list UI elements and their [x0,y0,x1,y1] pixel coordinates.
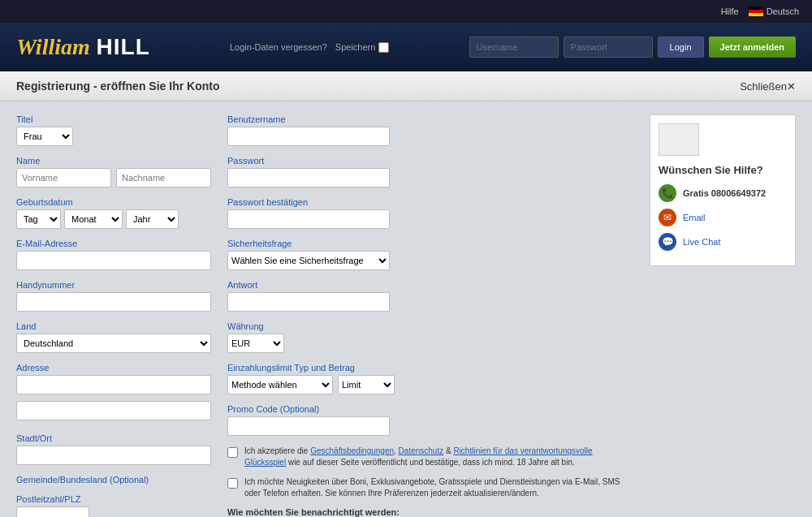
header: William HILL Login-Daten vergessen? Spei… [0,23,812,71]
sidebar-chat-link[interactable]: Live Chat [683,237,720,247]
geburtsdatum-group: Geburtsdatum Tag Monat Jahr [16,197,211,229]
tag-select[interactable]: Tag [16,209,61,229]
stadtort-label: Stadt/Ort [16,433,211,443]
flag-de-icon [749,6,763,16]
close-button[interactable]: Schließen✕ [740,80,796,93]
save-checkbox[interactable] [378,42,389,53]
form-title: Registrierung - eröffnen Sie Ihr Konto [16,80,219,93]
gemeinde-label: Gemeinde/Bundesland (Optional) [16,475,211,485]
gemeinde-group: Gemeinde/Bundesland (Optional) [16,475,211,485]
sidebar-email-link[interactable]: Email [683,213,706,222]
sidebar: Wünschen Sie Hilfe? 📞 Gratis 08006649372… [650,114,796,517]
username-input[interactable] [469,37,559,58]
adresse-input-1[interactable] [16,375,211,394]
jahr-select[interactable]: Jahr [126,209,179,229]
newsletter-text: Ich möchte Neuigkeiten über Boni, Exklus… [244,476,633,499]
postleitzahl-label: Postleitzahl/PLZ [16,494,211,504]
form-body: Titel Frau Herr Name Geburtsdatum [0,101,812,517]
email-input[interactable] [16,251,211,270]
land-label: Land [16,321,211,331]
help-link[interactable]: Hilfe [721,6,739,16]
forgot-password-link[interactable]: Login-Daten vergessen? [230,42,327,52]
handy-group: Handynummer [16,280,211,312]
passwort-bestaetigen-group: Passwort bestätigen [227,197,633,229]
antwort-label: Antwort [227,280,633,290]
sidebar-email-item[interactable]: ✉ Email [659,209,787,226]
promo-input[interactable] [227,416,390,436]
passwort-bestaetigen-input[interactable] [227,209,390,229]
logo-william: William [16,34,90,59]
name-label: Name [16,156,211,166]
wahrung-label: Währung [227,321,633,331]
sidebar-logo [659,123,699,156]
save-row: Speichern [335,42,390,53]
sicherheitsfrage-label: Sicherheitsfrage [227,239,633,248]
sidebar-phone-item: 📞 Gratis 08006649372 [659,184,787,202]
close-x-icon: ✕ [787,80,796,93]
benutzername-label: Benutzername [227,114,633,124]
vorname-input[interactable] [16,168,111,187]
titel-group: Titel Frau Herr [16,114,211,146]
benutzername-input[interactable] [227,127,390,146]
wahrung-group: Währung EUR USD GBP [227,321,633,353]
notification-label: Wie möchten Sie benachrichtigt werden: [227,507,633,517]
form-wrapper: Registrierung - eröffnen Sie Ihr Konto S… [0,71,812,517]
stadtort-input[interactable] [16,446,211,465]
name-group: Name [16,156,211,187]
terms-checkbox[interactable] [227,447,238,458]
land-group: Land Deutschland Österreich Schweiz [16,321,211,353]
passwort-input[interactable] [227,168,390,187]
promo-label: Promo Code (Optional) [227,404,633,414]
login-button[interactable]: Login [658,37,704,58]
sidebar-phone-number: Gratis 08006649372 [683,188,766,198]
sidebar-chat-item[interactable]: 💬 Live Chat [659,233,787,251]
language-selector[interactable]: Deutsch [749,6,799,16]
antwort-input[interactable] [227,292,390,312]
close-label: Schließen [740,80,787,93]
titel-label: Titel [16,114,211,124]
handy-label: Handynummer [16,280,211,290]
newsletter-checkbox[interactable] [227,478,238,489]
passwort-label: Passwort [227,156,633,166]
land-select[interactable]: Deutschland Österreich Schweiz [16,334,211,353]
password-input[interactable] [564,37,653,58]
notification-group: Wie möchten Sie benachrichtigt werden: E… [227,507,633,517]
deposit-limit-select[interactable]: Limit [338,375,395,394]
handy-input[interactable] [16,292,211,312]
email-group: E-Mail-Adresse [16,239,211,270]
passwort-bestaetigen-label: Passwort bestätigen [227,197,633,207]
email-icon: ✉ [659,209,676,226]
promo-group: Promo Code (Optional) [227,404,633,436]
postleitzahl-group: Postleitzahl/PLZ [16,494,211,517]
deposit-method-select[interactable]: Methode wählen [227,375,333,394]
wahrung-select[interactable]: EUR USD GBP [227,334,284,353]
right-column: Benutzername Passwort Passwort bestätige… [227,114,633,517]
postleitzahl-input[interactable] [16,506,89,517]
sidebar-box: Wünschen Sie Hilfe? 📞 Gratis 08006649372… [650,114,796,266]
form-header: Registrierung - eröffnen Sie Ihr Konto S… [0,71,812,101]
geburtsdatum-label: Geburtsdatum [16,197,211,207]
lang-label: Deutsch [767,6,799,16]
register-button[interactable]: Jetzt anmelden [709,37,796,58]
email-label: E-Mail-Adresse [16,239,211,248]
nachname-input[interactable] [116,168,211,187]
logo: William HILL [16,34,150,60]
datenschutz-link[interactable]: Datenschutz [399,446,444,455]
chat-icon: 💬 [659,233,676,251]
monat-select[interactable]: Monat [64,209,123,229]
benutzername-group: Benutzername [227,114,633,146]
antwort-group: Antwort [227,280,633,312]
einzahlungslimit-label: Einzahlungslimit Typ und Betrag [227,363,633,373]
adresse-input-2[interactable] [16,401,211,420]
deposit-row: Methode wählen Limit [227,375,633,394]
titel-select[interactable]: Frau Herr [16,127,73,146]
einzahlungslimit-group: Einzahlungslimit Typ und Betrag Methode … [227,363,633,394]
sicherheitsfrage-group: Sicherheitsfrage Wählen Sie eine Sicherh… [227,239,633,270]
sicherheitsfrage-select[interactable]: Wählen Sie eine Sicherheitsfrage [227,251,390,270]
save-label: Speichern [335,42,376,52]
stadtort-group: Stadt/Ort [16,433,211,465]
dob-row: Tag Monat Jahr [16,209,211,229]
header-center: Login-Daten vergessen? Speichern [166,42,453,53]
adresse-group: Adresse [16,363,211,424]
terms-link[interactable]: Geschäftsbedingungen [310,446,394,455]
